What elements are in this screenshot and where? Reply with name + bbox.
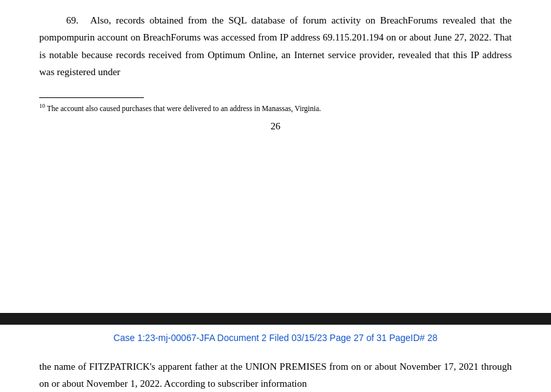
footnote-section: 10 The account also caused purchases tha… (39, 95, 512, 114)
main-content: 69.Also, records obtained from the SQL d… (0, 0, 551, 309)
case-header-text: Case 1:23-mj-00067-JFA Document 2 Filed … (39, 331, 512, 345)
footnote-divider (39, 97, 144, 98)
footnote-content: The account also caused purchases that w… (47, 105, 321, 112)
footnote-superscript: 10 (39, 103, 45, 109)
page-number: 26 (39, 121, 512, 132)
paragraph-body: Also, records obtained from the SQL data… (39, 15, 512, 77)
black-bar-divider (0, 313, 551, 325)
page-container: 69.Also, records obtained from the SQL d… (0, 0, 551, 392)
lower-content: the name of FITZPATRICK's apparent fathe… (0, 351, 551, 393)
footnote-10: 10 The account also caused purchases tha… (39, 102, 512, 114)
paragraph-number: 69. (39, 12, 78, 29)
paragraph-69: 69.Also, records obtained from the SQL d… (39, 12, 512, 80)
page-number-value: 26 (271, 121, 280, 131)
lower-paragraph: the name of FITZPATRICK's apparent fathe… (39, 358, 512, 393)
case-header-bar: Case 1:23-mj-00067-JFA Document 2 Filed … (0, 325, 551, 351)
